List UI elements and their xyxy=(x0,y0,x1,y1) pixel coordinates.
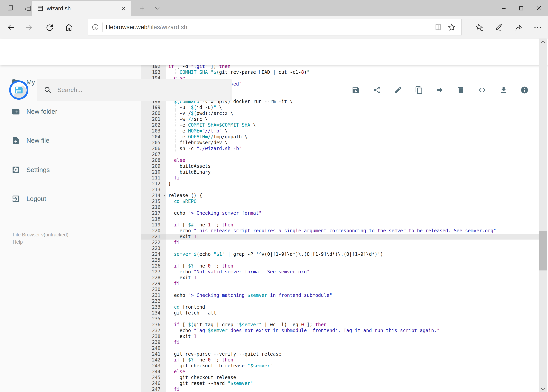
code-line[interactable]: 209 buildAssets xyxy=(141,163,540,169)
code-line[interactable]: 205 filebrowser/dev \ xyxy=(141,140,540,146)
code-line[interactable]: 237 echo "Tag $semver does not exist in … xyxy=(141,328,540,334)
code-text xyxy=(166,316,540,322)
code-line[interactable]: 235 xyxy=(141,316,540,322)
code-line[interactable]: 244 else xyxy=(141,369,540,375)
code-line[interactable]: 246 git reset --hard "$semver" xyxy=(141,380,540,386)
delete-button[interactable] xyxy=(457,86,465,94)
code-text: fi xyxy=(166,386,540,392)
code-line[interactable]: 234 git fetch --all xyxy=(141,310,540,316)
code-line[interactable]: 207 xyxy=(141,152,540,157)
favorite-star-button[interactable] xyxy=(447,23,456,32)
code-line[interactable]: 212} xyxy=(141,181,540,187)
code-line[interactable]: 203 -e HOME="//tmp" \ xyxy=(141,128,540,134)
tab-close-icon[interactable] xyxy=(120,5,127,12)
copy-button[interactable] xyxy=(415,86,423,94)
refresh-button[interactable] xyxy=(42,16,57,39)
move-button[interactable] xyxy=(436,86,444,94)
code-line[interactable]: 242 if [ $? -ne 0 ]; then xyxy=(141,357,540,363)
tab-preview-button[interactable] xyxy=(3,0,18,16)
code-line[interactable]: 219 if [ $# -ne 1 ]; then xyxy=(141,222,540,228)
filebrowser-logo[interactable] xyxy=(9,80,28,100)
help-link[interactable]: Help xyxy=(13,239,23,245)
code-line[interactable]: 222 fi xyxy=(141,239,540,245)
code-line[interactable]: 232 xyxy=(141,298,540,304)
sidebar-item-new-folder[interactable]: New folder xyxy=(0,102,141,121)
code-line[interactable]: 217 echo "> Checking semver format" xyxy=(141,210,540,216)
browser-tab[interactable]: wizard.sh xyxy=(32,1,131,16)
page-scrollbar[interactable] xyxy=(539,39,547,392)
code-line[interactable]: 202 -e COMMIT_SHA=$COMMIT_SHA \ xyxy=(141,122,540,128)
code-editor[interactable]: 192if [ -d ".git" ]; then193 COMMIT_SHA=… xyxy=(141,65,540,392)
code-line[interactable]: 224 semver=$(echo "$1" | grep -P '^v(0|[… xyxy=(141,251,540,257)
code-line[interactable]: 206 sh -c "./wizard.sh -b" xyxy=(141,146,540,152)
code-line[interactable]: 238 exit 1 xyxy=(141,334,540,339)
code-line[interactable]: 192if [ -d ".git" ]; then xyxy=(141,65,540,69)
code-line[interactable]: 247 fi xyxy=(141,386,540,392)
share-button[interactable] xyxy=(373,86,381,94)
minimize-button[interactable] xyxy=(495,0,512,16)
code-line[interactable]: 220 echo "This release script requires a… xyxy=(141,228,540,234)
more-options-button[interactable] xyxy=(530,16,545,39)
maximize-button[interactable] xyxy=(512,0,530,16)
code-text: filebrowser/dev \ xyxy=(166,140,540,146)
code-line[interactable]: 200 -v /$(pwd):/src:z \ xyxy=(141,110,540,116)
annotate-button[interactable] xyxy=(491,16,507,39)
code-line[interactable]: 223 xyxy=(141,245,540,251)
code-line[interactable]: 228 exit 1 xyxy=(141,275,540,281)
site-info-icon[interactable] xyxy=(91,23,99,31)
code-line[interactable]: 213 xyxy=(141,187,540,193)
code-line[interactable]: 226 if [ $? -ne 0 ]; then xyxy=(141,263,540,269)
code-line[interactable]: 215 cd $REPO xyxy=(141,198,540,204)
code-line[interactable]: 231 echo "> Checking matching $semver in… xyxy=(141,292,540,298)
code-line[interactable]: 208 else xyxy=(141,157,540,163)
hub-favorites-button[interactable] xyxy=(472,16,487,39)
code-line[interactable]: 216 xyxy=(141,204,540,210)
line-number: 206 xyxy=(141,146,166,152)
code-line[interactable]: 229 fi xyxy=(141,281,540,287)
rename-button[interactable] xyxy=(394,86,402,94)
source-code-button[interactable] xyxy=(478,86,486,94)
code-line[interactable]: 211 fi xyxy=(141,175,540,181)
code-line[interactable]: 201 -w //src \ xyxy=(141,116,540,122)
share-page-button[interactable] xyxy=(511,16,527,39)
save-button[interactable] xyxy=(351,86,360,94)
fold-arrow-icon[interactable]: ▾ xyxy=(164,193,166,198)
code-line[interactable]: 193 COMMIT_SHA="$(git rev-parse HEAD | c… xyxy=(141,69,540,75)
download-button[interactable] xyxy=(499,86,508,94)
code-line[interactable]: 239 fi xyxy=(141,339,540,345)
home-button[interactable] xyxy=(61,16,77,39)
url-divider xyxy=(102,22,103,32)
reading-view-button[interactable] xyxy=(434,23,442,31)
code-line[interactable]: 240 xyxy=(141,345,540,351)
code-line[interactable]: 227 echo "Not valid semver format. See s… xyxy=(141,269,540,275)
sidebar-item-logout[interactable]: Logout xyxy=(0,189,141,208)
code-line[interactable]: 204 -e GOPATH=//tmp/gopath \ xyxy=(141,134,540,140)
sidebar-item-new-file[interactable]: New file xyxy=(0,131,141,150)
code-line[interactable]: 218 xyxy=(141,216,540,222)
scroll-down-icon[interactable] xyxy=(539,385,547,392)
back-button[interactable] xyxy=(3,16,19,39)
code-line[interactable]: 243 git checkout -b release "$semver" xyxy=(141,363,540,369)
code-line[interactable]: 233 cd frontend xyxy=(141,304,540,310)
sidebar-item-label: Logout xyxy=(26,195,46,203)
code-line[interactable]: 221 exit 1 xyxy=(141,234,540,239)
scroll-up-icon[interactable] xyxy=(539,39,547,46)
code-line[interactable]: 225 xyxy=(141,257,540,263)
code-line[interactable]: 210 buildBinary xyxy=(141,169,540,175)
code-line[interactable]: 230 xyxy=(141,287,540,292)
scrollbar-thumb[interactable] xyxy=(539,231,547,271)
close-window-button[interactable] xyxy=(530,0,548,16)
forward-button[interactable] xyxy=(21,16,37,39)
info-button[interactable] xyxy=(520,86,529,94)
code-line[interactable]: 199 -u "$(id -u)" \ xyxy=(141,105,540,110)
sidebar-item-settings[interactable]: Settings xyxy=(0,161,141,179)
code-line[interactable]: 245 git checkout release xyxy=(141,375,540,380)
url-bar[interactable]: filebrowser.web/files/wizard.sh xyxy=(88,19,462,35)
tab-list-button[interactable] xyxy=(149,0,165,16)
url-host: filebrowser.web xyxy=(106,24,147,30)
code-line[interactable]: 236 if [ $(git tag | grep "$semver" | wc… xyxy=(141,322,540,328)
code-line[interactable]: 214▾release () { xyxy=(141,193,540,198)
code-line[interactable]: 241 git rev-parse --verify --quiet relea… xyxy=(141,351,540,357)
search-input[interactable]: Search... xyxy=(37,79,232,101)
new-tab-button[interactable] xyxy=(134,0,150,16)
